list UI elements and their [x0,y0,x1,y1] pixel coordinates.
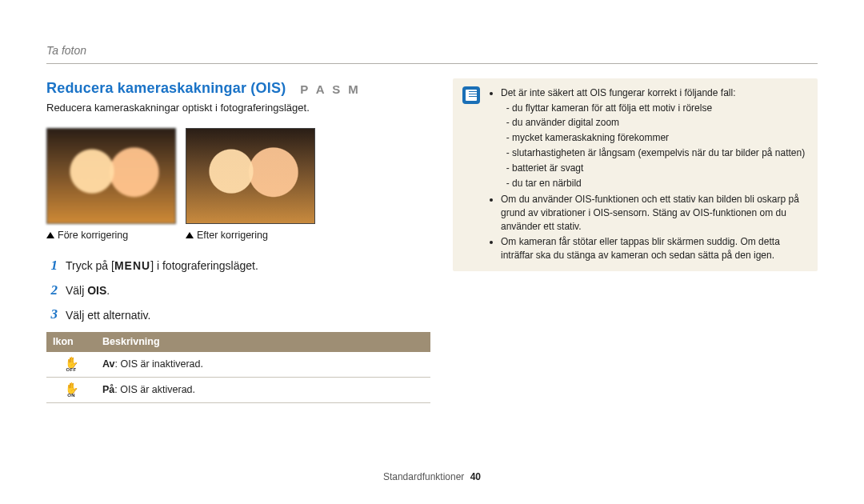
th-icon: Ikon [46,332,96,352]
note-sub-item: du flyttar kameran för att följa ett mot… [512,102,806,115]
note-box: Det är inte säkert att OIS fungerar korr… [453,78,818,272]
icon-sub-off: OFF [66,367,77,372]
note-sub-item: slutarhastigheten är långsam (exempelvis… [512,146,806,160]
ois-off-icon: ✋OFF [65,357,78,372]
table-row: ✋ON På: OIS är aktiverad. [46,378,430,403]
note-sub-item: mycket kameraskakning förekommer [512,131,806,145]
step-2-text-c: . [106,284,110,297]
step-list: 1 Tryck på [MENU] i fotograferingsläget.… [46,257,430,325]
th-description: Beskrivning [96,332,430,352]
caption-marker-icon [186,232,194,238]
row-1-rest: : OIS är aktiverad. [114,384,195,395]
step-2-text-a: Välj [66,284,87,297]
ois-on-icon: ✋ON [65,382,78,398]
step-number: 2 [46,282,58,300]
page-footer: Standardfunktioner 40 [0,470,864,483]
step-2-option: OIS [87,284,106,297]
before-caption: Före korrigering [58,229,128,242]
row-1-strong: På [102,384,114,395]
footer-page-number: 40 [470,471,481,482]
row-0-rest: : OIS är inaktiverad. [115,358,203,370]
options-table: Ikon Beskrivning ✋OFF Av: OIS är inaktiv… [46,332,430,403]
step-number: 3 [46,306,58,324]
icon-sub-on: ON [67,393,75,398]
table-row: ✋OFF Av: OIS är inaktiverad. [46,352,430,378]
section-heading: Reducera kameraskakningar (OIS) [46,78,286,98]
footer-section: Standardfunktioner [383,471,464,482]
note-sub-item: batteriet är svagt [512,162,806,175]
step-number: 1 [46,257,58,275]
note-bullet-2: Om du använder OIS-funktionen och ett st… [501,193,806,233]
step-1: Tryck på [MENU] i fotograferingsläget. [66,258,258,274]
mode-indicator: P A S M [300,82,360,98]
row-1-desc: På: OIS är aktiverad. [96,378,430,403]
lead-text: Reducera kameraskakningar optiskt i foto… [46,101,430,115]
row-0-strong: Av [102,358,115,370]
note-intro: Det är inte säkert att OIS fungerar korr… [501,87,735,98]
step-1-text-b: ] i fotograferingsläget. [150,259,258,272]
note-icon [462,86,480,104]
step-3: Välj ett alternativ. [66,308,150,323]
caption-marker-icon [46,232,54,238]
after-caption: Efter korrigering [197,229,268,242]
before-image-block: Före korrigering [46,128,174,242]
row-0-desc: Av: OIS är inaktiverad. [96,352,430,378]
note-sub-item: du använder digital zoom [512,116,806,130]
note-bullet-3: Om kameran får stötar eller tappas blir … [501,235,806,262]
after-image-block: Efter korrigering [186,128,314,242]
step-1-text-a: Tryck på [ [66,259,114,272]
breadcrumb: Ta foton [46,43,818,64]
before-correction-image [46,128,176,224]
menu-button-label: MENU [114,259,150,272]
after-correction-image [186,128,315,224]
step-2: Välj OIS. [66,283,110,298]
note-content: Det är inte säkert att OIS fungerar korr… [488,86,806,264]
note-sub-item: du tar en närbild [512,177,806,190]
